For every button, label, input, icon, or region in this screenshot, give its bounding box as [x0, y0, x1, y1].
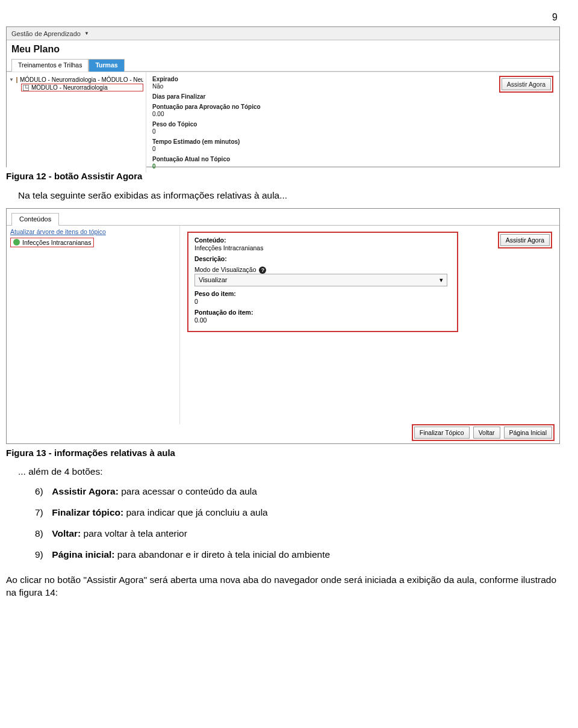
- figure-12-screenshot: Gestão de Aprendizado ▼ Meu Plano Treina…: [6, 26, 560, 167]
- tab-turmas[interactable]: Turmas: [89, 59, 124, 72]
- label-pontuacao-item: Pontuação do item:: [194, 309, 451, 316]
- tree-child-label: MÓDULO - Neurorradiologia: [31, 84, 108, 91]
- tree-collapse-icon[interactable]: ▼: [9, 77, 14, 82]
- sidebar-tree: ▼ MÓDULO - Neurorradiologia - MÓDULO - N…: [7, 72, 146, 173]
- page-number: 9: [6, 12, 560, 23]
- content-details: Assistir Agora Conteúdo:Infecções Intrac…: [180, 226, 559, 424]
- label-conteudo: Conteúdo:: [194, 236, 451, 244]
- label-pontuacao-atual: Pontuação Atual no Tópico: [152, 156, 553, 162]
- tree-root[interactable]: ▼ MÓDULO - Neurorradiologia - MÓDULO - N…: [9, 76, 143, 84]
- figure-13-screenshot: Conteúdos Atualizar árvore de itens do t…: [6, 208, 560, 444]
- tree-root-label: MÓDULO - Neurorradiologia - MÓDULO - Neu…: [20, 76, 143, 83]
- button-list: 6) Assistir Agora: para acessar o conteú…: [30, 486, 560, 561]
- label-descricao: Descrição:: [194, 255, 451, 262]
- list-item-9: 9) Página inicial: para abandonar e ir d…: [30, 549, 560, 561]
- tree-item-label: Infecções Intracranianas: [22, 239, 91, 246]
- sidebar-conteudos: Atualizar árvore de itens do tópico Infe…: [7, 226, 180, 424]
- document-icon: [23, 85, 29, 91]
- value-tempo-estimado: 0: [152, 146, 553, 152]
- page-title: Meu Plano: [7, 40, 559, 56]
- list-item-6: 6) Assistir Agora: para acessar o conteú…: [30, 486, 560, 498]
- list-item-8: 8) Voltar: para voltar à tela anterior: [30, 528, 560, 540]
- finalizar-topico-button[interactable]: Finalizar Tópico: [414, 427, 470, 439]
- label-peso-item: Peso do item:: [194, 290, 451, 297]
- content-info-highlight: Conteúdo:Infecções Intracranianas Descri…: [187, 232, 458, 332]
- assistir-agora-button[interactable]: Assistir Agora: [502, 78, 551, 90]
- tabs-conteudos: Conteúdos: [7, 209, 559, 226]
- select-modo-visualizacao[interactable]: Visualizar ▾: [194, 274, 447, 286]
- assistir-agora-button-2[interactable]: Assistir Agora: [500, 234, 550, 246]
- tab-conteudos[interactable]: Conteúdos: [11, 213, 59, 226]
- status-circle-icon: [13, 239, 20, 245]
- label-peso-topico: Peso do Tópico: [152, 121, 553, 128]
- assistir-agora-highlight: Assistir Agora: [499, 76, 553, 93]
- label-expirado: Expirado: [152, 76, 553, 82]
- value-pontuacao-atual: 0: [152, 163, 553, 170]
- tree-item-infeccoes[interactable]: Infecções Intracranianas: [10, 238, 94, 247]
- paragraph-intro-13: Na tela seguinte serão exibidas as infor…: [18, 190, 560, 202]
- refresh-tree-link[interactable]: Atualizar árvore de itens do tópico: [10, 228, 106, 235]
- details-panel: Assistir Agora ExpiradoNão Dias para Fin…: [146, 72, 559, 173]
- help-icon[interactable]: ?: [259, 267, 266, 274]
- voltar-button[interactable]: Voltar: [473, 427, 500, 439]
- closing-paragraph: Ao clicar no botão "Assistir Agora" será…: [6, 573, 560, 599]
- value-pontuacao-aprovacao: 0.00: [152, 111, 553, 117]
- tabs: Treinamentos e Trilhas Turmas: [7, 58, 559, 72]
- tree-child-selected[interactable]: MÓDULO - Neurorradiologia: [21, 84, 143, 91]
- folder-icon: [16, 77, 17, 83]
- pagina-inicial-button[interactable]: Página Inicial: [504, 427, 552, 439]
- label-pontuacao-aprovacao: Pontuação para Aprovação no Tópico: [152, 103, 553, 110]
- value-conteudo: Infecções Intracranianas: [194, 244, 451, 251]
- figure-13-caption: Figura 13 - informações relativas à aula: [6, 448, 560, 458]
- list-item-7: 7) Finalizar tópico: para indicar que já…: [30, 507, 560, 519]
- value-expirado: Não: [152, 83, 553, 90]
- chevron-down-icon: ▼: [84, 31, 89, 36]
- assistir-agora-highlight-2: Assistir Agora: [498, 232, 552, 248]
- footer-buttons-highlight: Finalizar Tópico Voltar Página Inicial: [412, 424, 555, 441]
- value-peso-item: 0: [194, 298, 451, 305]
- menubar: Gestão de Aprendizado ▼: [7, 27, 559, 40]
- tab-treinamentos[interactable]: Treinamentos e Trilhas: [11, 59, 89, 72]
- value-peso-topico: 0: [152, 128, 553, 135]
- menu-gestao[interactable]: Gestão de Aprendizado: [11, 30, 81, 37]
- label-dias-finalizar: Dias para Finalizar: [152, 93, 553, 100]
- value-pontuacao-item: 0.00: [194, 316, 451, 324]
- label-tempo-estimado: Tempo Estimado (em minutos): [152, 138, 553, 145]
- list-intro: ... além de 4 botões:: [18, 466, 560, 477]
- label-modo-visualizacao: Modo de Visualização ?: [194, 266, 451, 274]
- chevron-down-icon: ▾: [440, 276, 443, 284]
- select-value: Visualizar: [199, 276, 228, 283]
